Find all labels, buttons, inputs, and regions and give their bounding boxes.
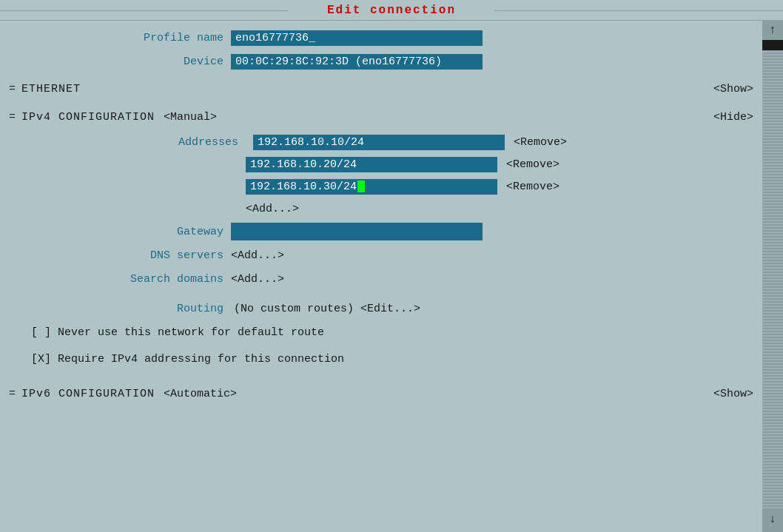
ipv4-section: = IPv4 CONFIGURATION <Manual> <Hide> Add…: [9, 105, 753, 370]
routing-value[interactable]: (No custom routes) <Edit...>: [231, 301, 423, 317]
title-line-left: [0, 10, 289, 11]
device-row: Device 00:0C:29:8C:92:3D (eno16777736): [9, 50, 753, 73]
add-address-btn[interactable]: <Add...>: [246, 203, 299, 215]
window-title: Edit connection: [327, 4, 456, 17]
address-field-2[interactable]: 192.168.10.20/24: [246, 157, 497, 172]
main-content: Profile name eno16777736_ Device 00:0C:2…: [0, 21, 762, 532]
scroll-up-arrow[interactable]: ↑: [766, 21, 779, 40]
require-ipv4-row[interactable]: [X] Require IPv4 addressing for this con…: [31, 348, 753, 370]
device-label: Device: [9, 55, 231, 68]
content-area: Profile name eno16777736_ Device 00:0C:2…: [0, 21, 783, 532]
routing-row: Routing (No custom routes) <Edit...>: [9, 297, 753, 320]
address-field-1[interactable]: 192.168.10.10/24: [253, 135, 505, 150]
add-address-row: <Add...>: [238, 198, 753, 219]
cursor: [357, 181, 365, 192]
scroll-thumb[interactable]: [762, 40, 783, 50]
never-route-row[interactable]: [ ] Never use this network for default r…: [31, 321, 753, 343]
address-field-3[interactable]: 192.168.10.30/24: [246, 179, 497, 195]
ipv6-mode[interactable]: <Automatic>: [161, 386, 240, 402]
gateway-field[interactable]: [231, 223, 483, 240]
profile-name-row: Profile name eno16777736_: [9, 27, 753, 49]
profile-name-value[interactable]: eno16777736_: [231, 30, 483, 46]
title-bar: Edit connection: [0, 0, 783, 21]
scroll-down-arrow[interactable]: ↓: [766, 510, 779, 529]
ipv6-title: IPv6 CONFIGURATION: [21, 388, 155, 400]
ethernet-show-btn[interactable]: <Show>: [713, 83, 753, 95]
search-row: Search domains <Add...>: [9, 268, 753, 290]
address-row-1: Addresses 192.168.10.10/24 <Remove>: [238, 132, 753, 152]
ipv4-title: IPv4 CONFIGURATION: [21, 111, 155, 124]
title-line-right: [494, 10, 783, 11]
ipv6-marker: =: [9, 388, 16, 400]
ipv4-hide-btn[interactable]: <Hide>: [713, 111, 753, 124]
gateway-label: Gateway: [9, 226, 231, 238]
ethernet-marker: =: [9, 83, 16, 95]
routing-label: Routing: [9, 303, 231, 315]
ipv6-show-btn[interactable]: <Show>: [713, 388, 753, 400]
main-window: Edit connection Profile name eno16777736…: [0, 0, 783, 532]
ethernet-section: = ETHERNET <Show>: [9, 77, 753, 101]
ipv4-marker: =: [9, 111, 16, 124]
dns-row: DNS servers <Add...>: [9, 244, 753, 266]
remove-address-3-btn[interactable]: <Remove>: [506, 181, 559, 193]
scroll-track: [762, 50, 783, 510]
search-label: Search domains: [9, 273, 231, 286]
never-route-label[interactable]: [ ] Never use this network for default r…: [31, 326, 324, 339]
addresses-label: Addresses: [120, 136, 238, 149]
dns-add-btn[interactable]: <Add...>: [231, 249, 284, 262]
dns-label: DNS servers: [9, 249, 231, 262]
address-row-3: 192.168.10.30/24 <Remove>: [238, 176, 753, 197]
scrollbar: ↑ ↓: [762, 21, 783, 532]
remove-address-1-btn[interactable]: <Remove>: [514, 136, 567, 149]
address-row-2: 192.168.10.20/24 <Remove>: [238, 154, 753, 175]
ethernet-title: ETHERNET: [21, 83, 81, 95]
ipv4-header: = IPv4 CONFIGURATION <Manual> <Hide>: [9, 105, 753, 129]
device-value[interactable]: 00:0C:29:8C:92:3D (eno16777736): [231, 54, 483, 70]
ipv6-header: = IPv6 CONFIGURATION <Automatic> <Show>: [9, 382, 753, 405]
profile-name-label: Profile name: [9, 32, 231, 44]
ipv6-section: = IPv6 CONFIGURATION <Automatic> <Show>: [9, 382, 753, 405]
remove-address-2-btn[interactable]: <Remove>: [506, 158, 559, 171]
search-add-btn[interactable]: <Add...>: [231, 273, 284, 286]
gateway-row: Gateway: [9, 220, 753, 243]
require-ipv4-label[interactable]: [X] Require IPv4 addressing for this con…: [31, 353, 344, 366]
ipv4-mode[interactable]: <Manual>: [161, 110, 220, 125]
